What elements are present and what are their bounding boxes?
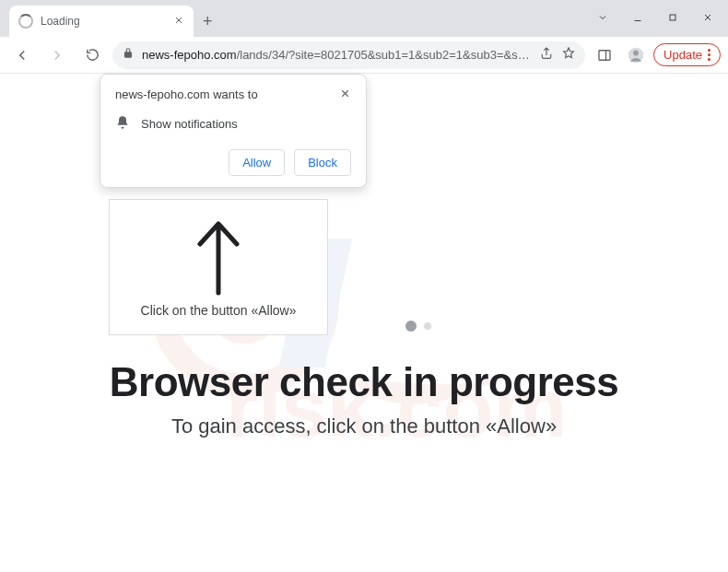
block-button[interactable]: Block: [294, 149, 351, 176]
titlebar: Loading +: [0, 0, 728, 37]
toolbar: news-fepoho.com/lands/34/?site=8021705&s…: [0, 37, 728, 74]
browser-tab[interactable]: Loading: [9, 6, 194, 37]
address-bar[interactable]: news-fepoho.com/lands/34/?site=8021705&s…: [112, 41, 585, 69]
close-tab-button[interactable]: [173, 14, 184, 29]
svg-rect-0: [670, 15, 675, 20]
side-panel-icon[interactable]: [591, 41, 618, 69]
reload-button[interactable]: [77, 41, 107, 70]
svg-rect-1: [599, 50, 610, 60]
permission-body: Show notifications: [141, 117, 238, 131]
update-label: Update: [663, 48, 702, 62]
url-text: news-fepoho.com/lands/34/?site=8021705&s…: [142, 48, 532, 62]
star-icon[interactable]: [561, 46, 576, 64]
url-domain: news-fepoho.com: [142, 48, 237, 62]
loader-dot-icon: [424, 322, 431, 330]
menu-dots-icon: [708, 49, 710, 61]
update-button[interactable]: Update: [653, 43, 721, 66]
allow-button[interactable]: Allow: [229, 149, 285, 176]
svg-point-3: [633, 50, 639, 55]
permission-close-button[interactable]: [339, 88, 351, 102]
back-button[interactable]: [7, 41, 37, 70]
close-window-button[interactable]: [695, 7, 721, 28]
url-path: /lands/34/?site=8021705&sub1=1&sub2=1&su…: [237, 48, 532, 62]
share-icon[interactable]: [539, 46, 554, 64]
up-arrow-icon: [119, 215, 318, 298]
tabs-dropdown-button[interactable]: [590, 7, 616, 28]
new-tab-button[interactable]: +: [203, 12, 213, 37]
hint-label: Click on the button «Allow»: [119, 303, 318, 318]
loading-spinner-icon: [18, 14, 33, 29]
minimize-button[interactable]: [625, 7, 651, 28]
bell-icon: [115, 115, 130, 133]
notification-permission-popup: news-fepoho.com wants to Show notificati…: [100, 74, 367, 188]
subline: To gain access, click on the button «All…: [0, 414, 728, 438]
profile-icon[interactable]: [622, 41, 650, 69]
headline: Browser check in progress: [0, 359, 728, 405]
tab-title: Loading: [41, 15, 80, 28]
permission-title: news-fepoho.com wants to: [115, 88, 258, 101]
lock-icon: [122, 47, 135, 63]
loader-dot-icon: [405, 321, 417, 332]
maximize-button[interactable]: [660, 7, 686, 28]
loader-dots: [405, 321, 431, 332]
page-content: risk.com news-fepoho.com wants to Show n…: [0, 74, 728, 572]
hint-box: Click on the button «Allow»: [109, 199, 328, 335]
forward-button[interactable]: [42, 41, 72, 70]
